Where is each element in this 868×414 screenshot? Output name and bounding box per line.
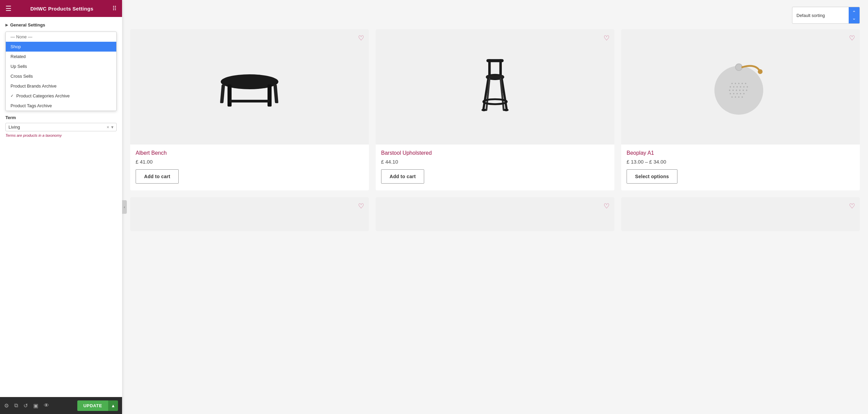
term-select[interactable]: Living × ▾ bbox=[5, 123, 117, 131]
svg-point-18 bbox=[504, 109, 509, 111]
sort-select[interactable]: Default sorting ⌃⌄ bbox=[792, 7, 860, 24]
sidebar-toolbar: ⚙ ⧉ ↺ ▣ 👁 UPDATE ▲ bbox=[0, 397, 122, 414]
product-name-1[interactable]: Albert Bench bbox=[136, 150, 363, 156]
product-image-area-4: ♡ bbox=[130, 197, 369, 231]
source-dropdown: — None — Shop Related Up Sells Cross Sel… bbox=[5, 32, 117, 111]
svg-point-24 bbox=[745, 83, 746, 84]
product-image-area-6: ♡ bbox=[621, 197, 860, 231]
product-card-1: ♡ Albe bbox=[130, 29, 369, 190]
monitor-icon[interactable]: ▣ bbox=[33, 402, 38, 409]
update-arrow-button[interactable]: ▲ bbox=[108, 400, 118, 411]
product-image-area-3: ♡ bbox=[621, 29, 860, 145]
svg-point-42 bbox=[731, 96, 733, 98]
svg-point-43 bbox=[735, 96, 736, 98]
sidebar-collapse-handle[interactable]: ‹ bbox=[122, 200, 127, 214]
svg-rect-3 bbox=[220, 84, 225, 103]
general-settings-toggle[interactable]: ▶ General Settings bbox=[5, 22, 117, 27]
products-grid: ♡ Albe bbox=[130, 29, 860, 231]
hamburger-icon[interactable]: ☰ bbox=[5, 4, 12, 13]
dropdown-option-up-sells[interactable]: Up Sells bbox=[6, 61, 116, 71]
svg-point-36 bbox=[746, 90, 747, 91]
eye-icon[interactable]: 👁 bbox=[44, 402, 49, 409]
svg-point-32 bbox=[732, 90, 734, 91]
wishlist-heart-3[interactable]: ♡ bbox=[849, 34, 855, 42]
product-info-2: Barstool Upholstered £ 44.10 Add to cart bbox=[376, 145, 614, 190]
svg-point-47 bbox=[758, 69, 763, 74]
wishlist-heart-5[interactable]: ♡ bbox=[604, 202, 610, 210]
svg-point-38 bbox=[733, 93, 734, 94]
svg-point-17 bbox=[481, 109, 487, 111]
svg-point-37 bbox=[730, 93, 731, 94]
sidebar-content: ▶ General Settings — None — Shop Related… bbox=[0, 17, 122, 397]
product-price-1: £ 41.00 bbox=[136, 159, 363, 165]
toolbar-icons: ⚙ ⧉ ↺ ▣ 👁 bbox=[4, 402, 49, 409]
layers-icon[interactable]: ⧉ bbox=[14, 402, 18, 409]
product-card-6-partial: ♡ bbox=[621, 197, 860, 231]
svg-point-30 bbox=[747, 86, 748, 88]
term-dropdown-icon[interactable]: ▾ bbox=[111, 125, 114, 130]
svg-point-20 bbox=[731, 83, 733, 84]
sort-arrow-icon: ⌃⌄ bbox=[849, 7, 860, 23]
dropdown-option-none[interactable]: — None — bbox=[6, 32, 116, 42]
svg-point-27 bbox=[736, 86, 738, 88]
dropdown-option-shop[interactable]: Shop bbox=[6, 42, 116, 52]
update-btn-wrapper: UPDATE ▲ bbox=[77, 400, 118, 411]
grid-icon[interactable]: ⠿ bbox=[112, 5, 117, 12]
wishlist-heart-2[interactable]: ♡ bbox=[604, 34, 610, 42]
wishlist-heart-1[interactable]: ♡ bbox=[358, 34, 364, 42]
expand-arrow-icon: ▶ bbox=[5, 23, 8, 27]
svg-point-44 bbox=[738, 96, 739, 98]
term-label: Term bbox=[5, 115, 117, 120]
product-image-area-2: ♡ bbox=[376, 29, 614, 145]
product-name-3[interactable]: Beoplay A1 bbox=[627, 150, 854, 156]
sidebar-header-title: DHWC Products Settings bbox=[31, 6, 94, 12]
wishlist-heart-6[interactable]: ♡ bbox=[849, 202, 855, 210]
product-info-1: Albert Bench £ 41.00 Add to cart bbox=[130, 145, 369, 190]
svg-point-39 bbox=[736, 93, 738, 94]
dropdown-menu: — None — Shop Related Up Sells Cross Sel… bbox=[5, 32, 117, 111]
svg-point-28 bbox=[740, 86, 741, 88]
sidebar-header: ☰ DHWC Products Settings ⠿ bbox=[0, 0, 122, 17]
select-options-3[interactable]: Select options bbox=[627, 169, 677, 184]
update-button[interactable]: UPDATE bbox=[77, 400, 108, 411]
dropdown-option-cross-sells[interactable]: Cross Sells bbox=[6, 71, 116, 81]
product-image-area-1: ♡ bbox=[130, 29, 369, 145]
product-price-3: £ 13.00 – £ 34.00 bbox=[627, 159, 854, 165]
svg-point-21 bbox=[735, 83, 736, 84]
product-card-2: ♡ bbox=[376, 29, 614, 190]
product-card-4-partial: ♡ bbox=[130, 197, 369, 231]
svg-point-46 bbox=[735, 64, 742, 71]
bench-image bbox=[212, 53, 287, 121]
sort-bar: Default sorting ⌃⌄ bbox=[130, 7, 860, 24]
svg-point-40 bbox=[740, 93, 741, 94]
add-to-cart-1[interactable]: Add to cart bbox=[136, 169, 179, 184]
dropdown-option-related[interactable]: Related bbox=[6, 52, 116, 61]
svg-point-26 bbox=[733, 86, 734, 88]
term-select-controls[interactable]: × ▾ bbox=[106, 125, 114, 130]
settings-icon[interactable]: ⚙ bbox=[4, 402, 9, 409]
svg-point-33 bbox=[736, 90, 737, 91]
svg-point-22 bbox=[738, 83, 739, 84]
barstool-image bbox=[458, 53, 532, 121]
svg-rect-8 bbox=[488, 59, 491, 76]
product-card-3: ♡ bbox=[621, 29, 860, 190]
dropdown-option-product-categories-archive[interactable]: Product Categories Archive bbox=[6, 91, 116, 101]
svg-point-45 bbox=[742, 96, 743, 98]
svg-point-35 bbox=[743, 90, 744, 91]
svg-point-25 bbox=[730, 86, 731, 88]
add-to-cart-2[interactable]: Add to cart bbox=[381, 169, 424, 184]
svg-rect-9 bbox=[499, 59, 502, 76]
term-clear-icon[interactable]: × bbox=[106, 125, 109, 130]
product-name-2[interactable]: Barstool Upholstered bbox=[381, 150, 609, 156]
svg-point-19 bbox=[714, 66, 763, 115]
svg-point-41 bbox=[743, 93, 745, 94]
product-image-area-5: ♡ bbox=[376, 197, 614, 231]
wishlist-heart-4[interactable]: ♡ bbox=[358, 202, 364, 210]
term-hint: Terms are products in a taxonomy bbox=[5, 133, 117, 137]
sidebar: ☰ DHWC Products Settings ⠿ ▶ General Set… bbox=[0, 0, 122, 414]
dropdown-option-product-brands-archive[interactable]: Product Brands Archive bbox=[6, 81, 116, 91]
svg-point-34 bbox=[739, 90, 741, 91]
dropdown-option-product-tags-archive[interactable]: Product Tags Archive bbox=[6, 101, 116, 111]
history-icon[interactable]: ↺ bbox=[23, 402, 28, 409]
svg-rect-1 bbox=[222, 78, 277, 84]
